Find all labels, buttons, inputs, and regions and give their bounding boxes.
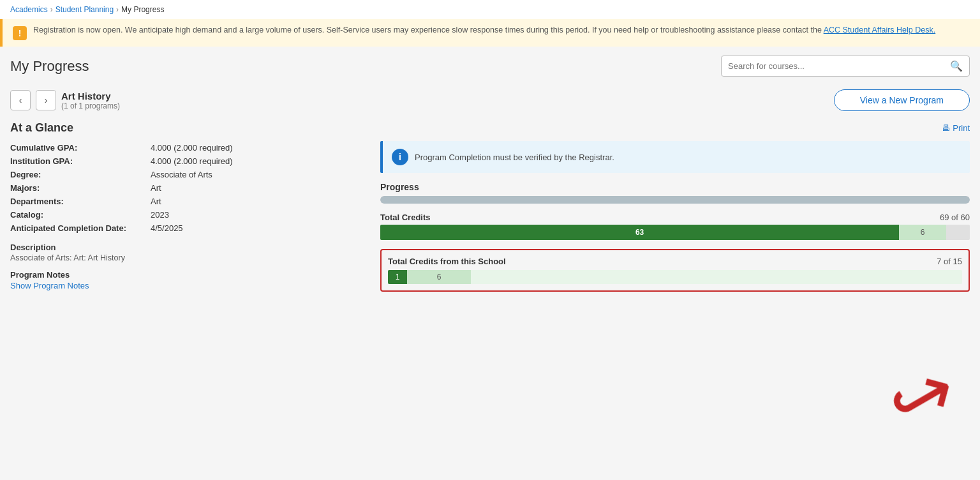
at-a-glance-title: At a Glance	[10, 121, 73, 135]
breadcrumb: Academics › Student Planning › My Progre…	[0, 0, 980, 19]
page-header: My Progress 🔍	[0, 47, 980, 83]
progress-section: Progress	[380, 182, 970, 204]
field-label: Catalog:	[10, 208, 151, 221]
field-label: Anticipated Completion Date:	[10, 221, 151, 235]
school-credits-light-segment: 6	[407, 270, 471, 284]
progress-track	[380, 196, 970, 204]
table-row: Departments:Art	[10, 195, 368, 208]
nav-left: ‹ › Art History (1 of 1 programs)	[10, 90, 120, 110]
table-row: Degree:Associate of Arts	[10, 168, 368, 181]
field-label: Cumulative GPA:	[10, 141, 151, 154]
print-label: Print	[953, 123, 970, 133]
school-credits-green-segment: 1	[388, 270, 407, 284]
breadcrumb-academics[interactable]: Academics	[10, 5, 48, 14]
search-icon[interactable]: 🔍	[950, 60, 963, 72]
print-button[interactable]: 🖶 Print	[942, 123, 970, 133]
breadcrumb-current: My Progress	[121, 5, 164, 14]
alert-banner: ! Registration is now open. We anticipat…	[0, 19, 980, 47]
view-new-program-button[interactable]: View a New Program	[834, 89, 970, 111]
program-sub: (1 of 1 programs)	[61, 101, 120, 110]
progress-label: Progress	[380, 182, 970, 192]
credits-header: Total Credits 69 of 60	[380, 213, 970, 222]
field-value: Art	[151, 195, 368, 208]
right-col: i Program Completion must be verified by…	[380, 141, 970, 292]
total-credits-label: Total Credits	[380, 213, 431, 222]
two-col-layout: Cumulative GPA:4.000 (2.000 required)Ins…	[10, 141, 970, 292]
school-credits-count: 7 of 15	[937, 257, 962, 266]
total-credits-section: Total Credits 69 of 60 63 6	[380, 213, 970, 240]
breadcrumb-student-planning[interactable]: Student Planning	[56, 5, 114, 14]
table-row: Majors:Art	[10, 181, 368, 195]
program-nav: ‹ › Art History (1 of 1 programs) View a…	[10, 83, 970, 117]
field-value: 4/5/2025	[151, 221, 368, 235]
field-value: 2023	[151, 208, 368, 221]
field-value: Associate of Arts	[151, 168, 368, 181]
field-label: Majors:	[10, 181, 151, 195]
table-row: Institution GPA:4.000 (2.000 required)	[10, 154, 368, 168]
field-value: Art	[151, 181, 368, 195]
program-notes-section: Program Notes Show Program Notes	[10, 270, 368, 290]
total-credits-count: 69 of 60	[940, 213, 970, 222]
field-label: Institution GPA:	[10, 154, 151, 168]
table-row: Anticipated Completion Date:4/5/2025	[10, 221, 368, 235]
field-label: Departments:	[10, 195, 151, 208]
school-credits-bar: 1 6	[388, 270, 962, 284]
page-title: My Progress	[10, 58, 89, 75]
description-label: Description	[10, 243, 368, 252]
breadcrumb-sep-1: ›	[50, 5, 53, 14]
table-row: Catalog:2023	[10, 208, 368, 221]
total-credits-light-segment: 6	[899, 225, 946, 240]
breadcrumb-sep-2: ›	[116, 5, 119, 14]
alert-link[interactable]: ACC Student Affairs Help Desk.	[824, 26, 936, 34]
total-credits-bar: 63 6	[380, 225, 970, 240]
warning-icon: !	[13, 26, 27, 40]
table-row: Cumulative GPA:4.000 (2.000 required)	[10, 141, 368, 154]
alert-text: Registration is now open. We anticipate …	[33, 26, 935, 34]
next-program-button[interactable]: ›	[36, 90, 56, 110]
field-value: 4.000 (2.000 required)	[151, 154, 368, 168]
program-info: Art History (1 of 1 programs)	[61, 91, 120, 110]
main-content: ‹ › Art History (1 of 1 programs) View a…	[0, 83, 980, 302]
search-input[interactable]	[728, 61, 950, 71]
field-label: Degree:	[10, 168, 151, 181]
search-box: 🔍	[721, 56, 970, 77]
prev-program-button[interactable]: ‹	[10, 90, 31, 110]
school-credits-header: Total Credits from this School 7 of 15	[388, 257, 962, 266]
program-name: Art History	[61, 91, 120, 101]
total-credits-green-segment: 63	[380, 225, 899, 240]
description-section: Description Associate of Arts: Art: Art …	[10, 243, 368, 262]
glance-table: Cumulative GPA:4.000 (2.000 required)Ins…	[10, 141, 368, 235]
total-credits-gray-segment	[946, 225, 970, 240]
section-heading: At a Glance 🖶 Print	[10, 117, 970, 141]
info-icon: i	[392, 149, 408, 165]
show-program-notes-link[interactable]: Show Program Notes	[10, 281, 89, 290]
info-text: Program Completion must be verified by t…	[415, 153, 614, 162]
progress-fill	[380, 196, 970, 204]
printer-icon: 🖶	[942, 123, 950, 133]
school-credits-box: Total Credits from this School 7 of 15 1…	[380, 249, 970, 292]
left-col: Cumulative GPA:4.000 (2.000 required)Ins…	[10, 141, 368, 292]
program-notes-label: Program Notes	[10, 270, 368, 280]
school-credits-gray-segment	[471, 270, 962, 284]
school-credits-label: Total Credits from this School	[388, 257, 506, 266]
info-box: i Program Completion must be verified by…	[380, 141, 970, 173]
description-value: Associate of Arts: Art: Art History	[10, 253, 368, 262]
field-value: 4.000 (2.000 required)	[151, 141, 368, 154]
